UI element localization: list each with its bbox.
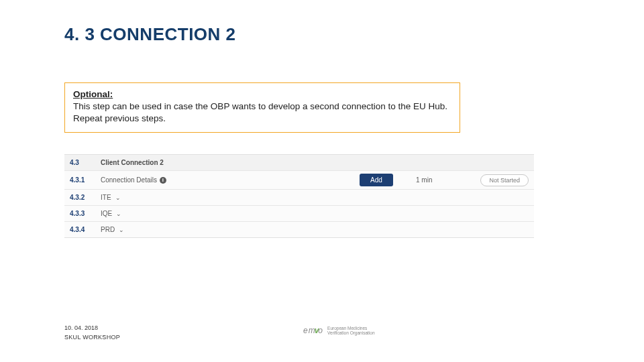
- info-icon[interactable]: i: [160, 177, 166, 184]
- step-name: Client Connection 2: [98, 155, 339, 170]
- col-action: Add: [339, 171, 413, 189]
- step-number: 4.3.2: [64, 190, 98, 205]
- step-number: 4.3.4: [64, 222, 98, 237]
- status-badge: Not Started: [480, 174, 529, 186]
- brand-text: European Medicines Verification Organisa…: [327, 326, 374, 335]
- callout-line1: This step can be used in case the OBP wa…: [73, 101, 447, 111]
- add-button[interactable]: Add: [360, 174, 393, 186]
- footer-date: 10. 04. 2018: [64, 324, 98, 331]
- chevron-down-icon: ⌄: [119, 227, 124, 233]
- page-title: 4. 3 CONNECTION 2: [64, 24, 236, 45]
- env-row-iqe[interactable]: 4.3.3 IQE ⌄: [64, 206, 534, 222]
- step-name: PRD: [101, 226, 115, 233]
- step-number: 4.3.3: [64, 206, 98, 221]
- steps-panel: 4.3 Client Connection 2 4.3.1 Connection…: [64, 154, 534, 238]
- step-time: 1 min: [413, 172, 460, 188]
- col-status: Not Started: [460, 172, 534, 189]
- chevron-down-icon: ⌄: [116, 210, 121, 217]
- brand-line2: Verification Organisation: [327, 330, 374, 335]
- col-status: [460, 160, 534, 166]
- step-name: Connection Details: [101, 176, 157, 184]
- callout-box: Optional: This step can be used in case …: [64, 82, 460, 133]
- footer-event: SKUL WORKSHOP: [64, 334, 120, 341]
- callout-label: Optional:: [73, 88, 451, 101]
- col-action: [339, 160, 413, 166]
- step-number: 4.3: [64, 155, 98, 170]
- brand-mark-left: em: [303, 326, 316, 335]
- step-name: ITE: [101, 194, 111, 201]
- env-row-prd[interactable]: 4.3.4 PRD ⌄: [64, 222, 534, 238]
- step-name-cell: PRD ⌄: [98, 222, 339, 237]
- chevron-down-icon: ⌄: [115, 194, 121, 201]
- col-time: [413, 159, 460, 167]
- step-number: 4.3.1: [64, 172, 98, 188]
- step-name-cell: ITE ⌄: [98, 190, 339, 205]
- brand-mark: emvo: [303, 326, 323, 335]
- brand-line1: European Medicines: [327, 326, 374, 330]
- env-row-ite[interactable]: 4.3.2 ITE ⌄: [64, 190, 534, 206]
- brand-mark-right: o: [318, 326, 323, 335]
- brand-logo: emvo European Medicines Verification Org…: [303, 326, 375, 335]
- step-detail-row[interactable]: 4.3.1 Connection Details i Add 1 min Not…: [64, 171, 534, 190]
- step-name-cell: Connection Details i: [98, 172, 339, 188]
- slide: 4. 3 CONNECTION 2 Optional: This step ca…: [0, 0, 644, 362]
- panel-header-row: 4.3 Client Connection 2: [64, 154, 534, 171]
- callout-line2: Repeat previous steps.: [73, 113, 166, 123]
- step-name: IQE: [101, 210, 112, 217]
- step-name-cell: IQE ⌄: [98, 206, 339, 221]
